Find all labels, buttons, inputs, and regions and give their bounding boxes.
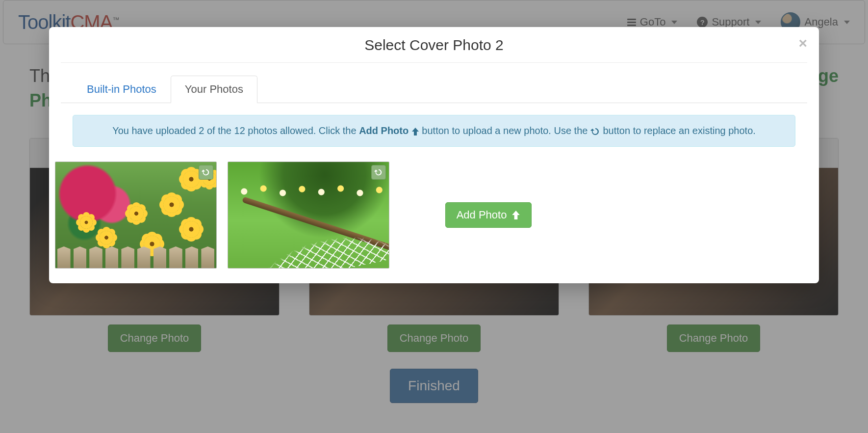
modal-title: Select Cover Photo 2: [49, 37, 819, 54]
info-pre: You have uploaded 2 of the 12 photos all…: [112, 125, 359, 136]
info-post: button to replace an existing photo.: [603, 125, 756, 136]
add-photo-button[interactable]: Add Photo: [445, 202, 532, 228]
arrow-up-icon: [511, 210, 520, 220]
refresh-icon: [590, 127, 600, 136]
tab-builtin-photos[interactable]: Built-in Photos: [73, 76, 171, 103]
select-cover-photo-modal: Select Cover Photo 2 × Built-in Photos Y…: [49, 27, 819, 283]
replace-photo-icon[interactable]: [199, 165, 213, 180]
photo-thumb-1[interactable]: [55, 162, 217, 269]
thumbs-row: Add Photo: [49, 147, 819, 269]
add-photo-cell: Add Photo: [400, 202, 577, 228]
tabs: Built-in Photos Your Photos: [61, 63, 807, 103]
arrow-up-icon: [411, 127, 419, 136]
photo-thumb-2[interactable]: [228, 162, 389, 269]
close-icon[interactable]: ×: [798, 35, 807, 52]
add-photo-label: Add Photo: [457, 209, 507, 221]
modal-header: Select Cover Photo 2 ×: [49, 27, 819, 62]
info-mid: button to upload a new photo. Use the: [422, 125, 590, 136]
replace-photo-icon[interactable]: [371, 165, 386, 180]
info-add-bold: Add Photo: [359, 125, 408, 136]
info-box: You have uploaded 2 of the 12 photos all…: [73, 115, 795, 147]
tab-your-photos[interactable]: Your Photos: [171, 76, 257, 103]
